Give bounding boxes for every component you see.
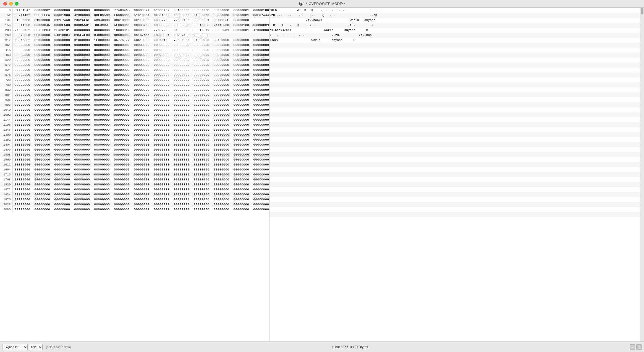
hex-cell[interactable]: 00000000 xyxy=(12,58,32,63)
hex-cell[interactable]: 00000000 xyxy=(52,192,72,197)
hex-cell[interactable]: 00000000 xyxy=(231,177,251,182)
hex-cell[interactable]: 00000000 xyxy=(192,137,211,142)
hex-cell[interactable]: 00000000 xyxy=(72,207,92,212)
hex-cell[interactable]: 00000000 xyxy=(52,137,72,142)
hex-cell[interactable]: 00000000 xyxy=(132,82,152,87)
hex-cell[interactable]: 00000000 xyxy=(192,58,211,63)
hex-cell[interactable]: 2F633131 xyxy=(52,28,72,33)
hex-cell[interactable]: 00000000 xyxy=(172,207,192,212)
hex-cell[interactable]: 00000000 xyxy=(152,58,172,63)
hex-cell[interactable]: 00000000 xyxy=(152,87,172,92)
hex-cell[interactable]: 00000002 xyxy=(32,8,52,13)
hex-cell[interactable]: 00000000 xyxy=(152,92,172,97)
hex-cell[interactable]: 00000000 xyxy=(52,152,72,157)
hex-cell[interactable]: 00000000 xyxy=(92,112,112,117)
hex-cell[interactable]: 00000000 xyxy=(211,127,231,132)
hex-cell[interactable]: 00000000 xyxy=(172,43,192,48)
hex-cell[interactable]: 1000001F xyxy=(112,28,132,33)
hex-cell[interactable]: 00000000 xyxy=(92,82,112,87)
hex-cell[interactable]: 00000000 xyxy=(231,142,251,147)
hex-cell[interactable]: 00000000 xyxy=(192,187,211,192)
hex-cell[interactable]: 00000000 xyxy=(112,142,132,147)
scrollbar-track[interactable] xyxy=(640,8,644,341)
hex-cell[interactable]: 00000000 xyxy=(112,73,132,77)
hex-cell[interactable]: 00000000 xyxy=(12,177,32,182)
hex-cell[interactable]: 00000000 xyxy=(12,192,32,197)
hex-cell[interactable]: 00000000 xyxy=(152,107,172,112)
hex-cell[interactable]: 00000000 xyxy=(132,167,152,172)
hex-cell[interactable]: 00000000 xyxy=(12,73,32,77)
hex-cell[interactable]: 00000000 xyxy=(192,152,211,157)
hex-cell[interactable]: 00000000 xyxy=(192,127,211,132)
hex-cell[interactable]: 00000000 xyxy=(112,192,132,197)
hex-cell[interactable]: 02420000 xyxy=(211,38,231,43)
hex-cell[interactable]: 00000000 xyxy=(231,92,251,97)
hex-cell[interactable]: 00000000 xyxy=(12,97,32,102)
hex-cell[interactable]: 00000000 xyxy=(251,97,269,102)
hex-cell[interactable]: 00000000 xyxy=(92,48,112,53)
hex-cell[interactable]: 00000000 xyxy=(231,43,251,48)
hex-cell[interactable]: 000000D2F xyxy=(251,23,269,28)
hex-cell[interactable]: 00000000 xyxy=(112,152,132,157)
hex-cell[interactable]: 00000000 xyxy=(211,197,231,202)
hex-cell[interactable]: 00000000 xyxy=(72,157,92,162)
hex-cell[interactable]: 00000000 xyxy=(32,58,52,63)
hex-cell[interactable]: 00000000 xyxy=(152,192,172,197)
hex-cell[interactable]: 00000000 xyxy=(72,43,92,48)
hex-cell[interactable]: 00000000 xyxy=(32,147,52,152)
hex-cell[interactable]: 00000000 xyxy=(192,132,211,137)
hex-cell[interactable]: 00000000 xyxy=(92,157,112,162)
hex-cell[interactable]: 00000000 xyxy=(72,192,92,197)
hex-cell[interactable]: 00000000 xyxy=(12,63,32,68)
hex-cell[interactable]: 00000000 xyxy=(12,172,32,177)
hex-cell[interactable]: 00000000 xyxy=(211,43,231,48)
hex-cell[interactable]: 00000000 xyxy=(72,97,92,102)
hex-cell[interactable]: 00000000 xyxy=(132,53,152,58)
hex-cell[interactable]: 00000000 xyxy=(72,182,92,187)
hex-cell[interactable]: 6F6E6501 xyxy=(211,28,231,33)
hex-cell[interactable]: 00000000 xyxy=(52,172,72,177)
hex-cell[interactable]: 00000000 xyxy=(132,137,152,142)
hex-cell[interactable]: 00000000 xyxy=(112,167,132,172)
hex-cell[interactable]: 00000000 xyxy=(72,127,92,132)
hex-cell[interactable]: 00000000 xyxy=(172,147,192,152)
hex-cell[interactable]: 00000000 xyxy=(231,182,251,187)
hex-cell[interactable]: 00000000 xyxy=(72,172,92,177)
hex-cell[interactable]: 00000000 xyxy=(211,152,231,157)
hex-cell[interactable]: 00000000 xyxy=(12,87,32,92)
hex-cell[interactable]: 00000000 xyxy=(52,38,72,43)
hex-cell[interactable]: 00000000 xyxy=(192,43,211,48)
hex-cell[interactable]: 00000000 xyxy=(132,157,152,162)
hex-cell[interactable] xyxy=(231,33,251,38)
hex-cell[interactable]: C95FAF00 xyxy=(152,13,172,18)
hex-cell[interactable]: 00000000 xyxy=(231,197,251,202)
hex-cell[interactable]: 00000000 xyxy=(152,137,172,142)
hex-cell[interactable]: 00000000 xyxy=(32,77,52,82)
maximize-button[interactable] xyxy=(15,2,19,6)
hex-cell[interactable]: 00000000 xyxy=(92,122,112,127)
hex-cell[interactable]: 00000000 xyxy=(192,97,211,102)
hex-cell[interactable]: C95FAF00 xyxy=(72,33,92,38)
hex-cell[interactable]: 00000000 xyxy=(152,197,172,202)
hex-cell[interactable]: 00000000 xyxy=(211,202,231,207)
hex-cell[interactable]: 00000000 xyxy=(112,177,132,182)
hex-cell[interactable]: 00000000 xyxy=(231,172,251,177)
hex-cell[interactable]: 00000000 xyxy=(152,152,172,157)
hex-cell[interactable]: 00000000 xyxy=(251,167,269,172)
hex-cell[interactable]: 00000000 xyxy=(112,202,132,207)
hex-cell[interactable]: 000188E6 xyxy=(192,23,211,28)
hex-cell[interactable]: 00000000 xyxy=(32,177,52,182)
hex-cell[interactable]: 00000000 xyxy=(132,63,152,68)
hex-cell[interactable]: 00000000 xyxy=(251,48,269,53)
hex-cell[interactable]: 00000000 xyxy=(192,77,211,82)
hex-cell[interactable]: 00000000 xyxy=(52,157,72,162)
hex-cell[interactable]: 00000000 xyxy=(172,172,192,177)
hex-cell[interactable]: 00000000 xyxy=(112,187,132,192)
hex-cell[interactable]: 00000000 xyxy=(172,127,192,132)
hex-cell[interactable]: 00000000 xyxy=(192,192,211,197)
hex-cell[interactable]: 00000000 xyxy=(32,112,52,117)
hex-cell[interactable]: 00000000 xyxy=(92,132,112,137)
hex-cell[interactable]: 00000000 xyxy=(251,102,269,107)
hex-cell[interactable]: 00000000 xyxy=(231,157,251,162)
hex-cell[interactable]: 00000000 xyxy=(72,107,92,112)
